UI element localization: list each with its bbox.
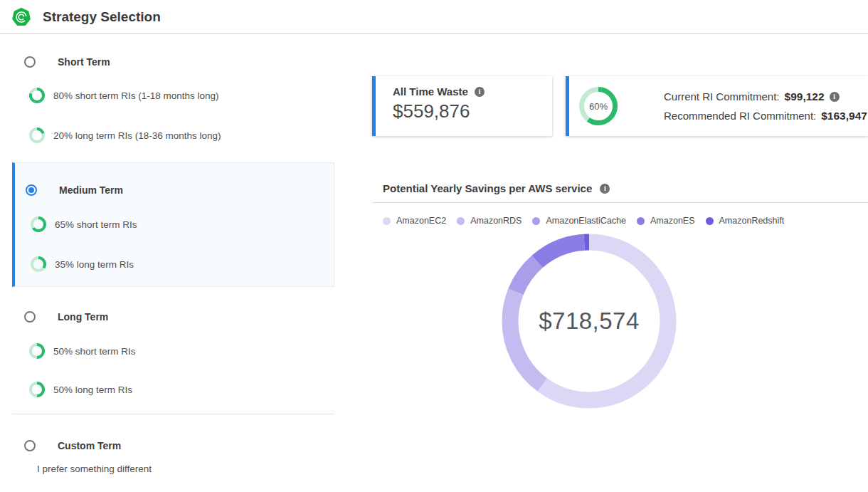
ri-split-row: 20% long term RIs (18-36 months long): [29, 127, 221, 144]
info-icon[interactable]: [475, 87, 485, 97]
legend-label: AmazonEC2: [396, 216, 446, 226]
chart-legend: AmazonEC2 AmazonRDS AmazonElastiCache Am…: [383, 216, 784, 226]
ri-split-label: 65% short term RIs: [55, 219, 137, 230]
strategy-label: Long Term: [58, 311, 108, 323]
strategy-section-long-term: Long Term 50% short term RIs 50% long te…: [12, 303, 334, 409]
legend-item-amazonredshift[interactable]: AmazonRedshift: [706, 216, 785, 226]
strategy-option-custom-term[interactable]: Custom Term: [24, 437, 121, 454]
coverage-gauge-label: 60%: [579, 87, 618, 125]
strategy-option-long-term[interactable]: Long Term: [24, 308, 108, 325]
current-ri-commitment-label: Current RI Commitment:: [664, 90, 780, 103]
strategy-section-medium-term: Medium Term 65% short term RIs 35% long …: [12, 162, 334, 287]
radio-long-term[interactable]: [24, 311, 36, 323]
progress-ring-20: [29, 127, 45, 143]
chart-title-row: Potential Yearly Savings per AWS service: [383, 182, 610, 194]
ri-split-row: 50% short term RIs: [29, 342, 136, 360]
ri-split-label: 50% short term RIs: [53, 346, 136, 357]
legend-label: AmazonRDS: [470, 216, 522, 226]
strategy-option-short-term[interactable]: Short Term: [24, 53, 110, 70]
recommended-ri-commitment-row: Recommended RI Commitment: $163,947: [664, 110, 868, 122]
legend-item-amazonrds[interactable]: AmazonRDS: [457, 216, 522, 226]
ri-split-label: 80% short term RIs (1-18 months long): [53, 90, 219, 101]
legend-item-amazones[interactable]: AmazonES: [637, 216, 695, 226]
ri-commitment-card: 60% Current RI Commitment: $99,122 Recom…: [566, 76, 868, 136]
current-ri-commitment-value: $99,122: [785, 90, 825, 103]
ri-split-label: 20% long term RIs (18-36 months long): [53, 130, 221, 141]
legend-label: AmazonElastiCache: [546, 216, 626, 226]
legend-label: AmazonRedshift: [719, 216, 785, 226]
ri-split-label: 50% long term RIs: [53, 384, 132, 395]
strategy-selection-page: Strategy Selection Short Term 80% short …: [0, 0, 868, 492]
waste-card-value: $559,876: [393, 100, 552, 122]
ri-split-row: 65% short term RIs: [31, 216, 137, 233]
custom-term-description: I prefer something different: [37, 464, 152, 474]
cloudcheckr-logo-icon: [12, 8, 31, 26]
donut-center-total: $718,574: [497, 229, 682, 414]
page-header: Strategy Selection: [0, 0, 868, 34]
strategy-label: Short Term: [58, 56, 110, 68]
ri-split-label: 35% long term RIs: [55, 259, 134, 270]
radio-short-term[interactable]: [24, 56, 36, 68]
legend-dot: [532, 217, 540, 225]
current-ri-commitment-row: Current RI Commitment: $99,122: [664, 90, 868, 103]
recommended-ri-commitment-value: $163,947: [821, 110, 867, 122]
strategy-label: Custom Term: [58, 440, 121, 451]
ri-split-row: 50% long term RIs: [29, 381, 132, 398]
ri-split-row: 80% short term RIs (1-18 months long): [29, 87, 219, 104]
strategy-section-custom-term: Custom Term I prefer something different: [12, 431, 334, 492]
info-icon[interactable]: [600, 184, 610, 194]
page-title: Strategy Selection: [43, 9, 161, 25]
legend-label: AmazonES: [650, 216, 695, 226]
strategy-section-short-term: Short Term 80% short term RIs (1-18 mont…: [12, 46, 334, 159]
legend-dot: [457, 217, 465, 225]
progress-ring-35: [31, 256, 46, 272]
info-icon[interactable]: [830, 92, 840, 102]
recommended-ri-commitment-label: Recommended RI Commitment:: [664, 110, 816, 122]
legend-dot: [383, 217, 391, 225]
strategy-label: Medium Term: [59, 184, 123, 196]
radio-medium-term[interactable]: [26, 184, 37, 196]
all-time-waste-card: All Time Waste $559,876: [372, 76, 552, 136]
strategy-option-medium-term[interactable]: Medium Term: [26, 182, 123, 199]
savings-donut-chart[interactable]: $718,574: [497, 229, 682, 414]
legend-dot: [637, 217, 645, 225]
ri-split-row: 35% long term RIs: [31, 256, 134, 273]
legend-item-amazonec2[interactable]: AmazonEC2: [383, 216, 446, 226]
progress-ring-50-long: [29, 382, 45, 397]
radio-custom-term[interactable]: [24, 440, 36, 451]
progress-ring-80: [29, 88, 45, 103]
waste-card-label: All Time Waste: [393, 85, 468, 98]
chart-title: Potential Yearly Savings per AWS service: [383, 182, 592, 194]
progress-ring-50-short: [29, 343, 45, 359]
chart-divider: [372, 202, 868, 203]
legend-item-amazonelasticache[interactable]: AmazonElastiCache: [532, 216, 626, 226]
coverage-gauge: 60%: [579, 87, 618, 125]
section-divider: [12, 414, 334, 414]
legend-dot: [706, 217, 714, 225]
progress-ring-65: [31, 216, 46, 232]
